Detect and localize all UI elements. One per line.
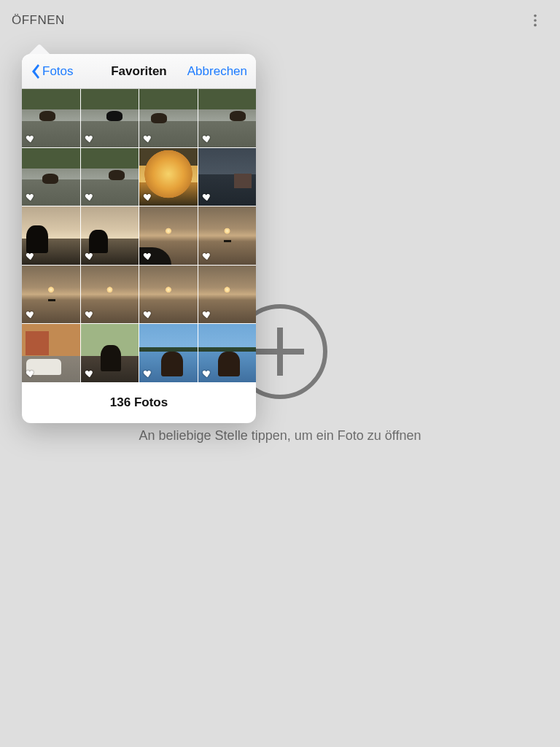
back-button[interactable]: Fotos bbox=[31, 64, 74, 79]
favorite-heart-icon bbox=[202, 133, 212, 144]
favorite-heart-icon bbox=[85, 368, 95, 379]
photo-thumbnail[interactable] bbox=[139, 206, 198, 265]
photo-thumbnail[interactable] bbox=[139, 89, 198, 147]
topbar: ÖFFNEN bbox=[0, 0, 560, 41]
favorite-heart-icon bbox=[26, 309, 36, 320]
photo-thumbnail[interactable] bbox=[22, 266, 80, 324]
photo-thumbnail[interactable] bbox=[81, 324, 139, 382]
favorite-heart-icon bbox=[26, 133, 36, 144]
photo-thumbnail[interactable] bbox=[198, 324, 257, 382]
svg-point-0 bbox=[534, 15, 537, 18]
favorite-heart-icon bbox=[202, 192, 212, 202]
favorite-heart-icon bbox=[26, 251, 36, 261]
chevron-left-icon bbox=[31, 64, 39, 79]
photo-thumbnail[interactable] bbox=[139, 324, 198, 382]
overflow-menu-button[interactable] bbox=[522, 7, 548, 34]
favorite-heart-icon bbox=[143, 251, 153, 261]
photo-thumbnail[interactable] bbox=[22, 206, 80, 265]
photo-thumbnail[interactable] bbox=[198, 206, 257, 265]
picker-header: Fotos Favoriten Abbrechen bbox=[22, 54, 256, 89]
more-vert-icon bbox=[527, 12, 543, 28]
empty-hint-text: An beliebige Stelle tippen, um ein Foto … bbox=[139, 428, 421, 444]
photo-thumbnail[interactable] bbox=[139, 148, 198, 206]
favorite-heart-icon bbox=[202, 251, 212, 261]
favorite-heart-icon bbox=[202, 368, 212, 379]
photo-thumbnail[interactable] bbox=[22, 148, 80, 206]
thumbnail-grid bbox=[22, 89, 256, 382]
page-title: ÖFFNEN bbox=[12, 13, 65, 28]
favorite-heart-icon bbox=[85, 251, 95, 261]
favorite-heart-icon bbox=[202, 309, 212, 320]
photo-thumbnail[interactable] bbox=[81, 89, 139, 147]
photo-thumbnail[interactable] bbox=[81, 148, 139, 206]
cancel-button[interactable]: Abbrechen bbox=[187, 64, 247, 79]
svg-point-2 bbox=[534, 24, 537, 27]
favorite-heart-icon bbox=[143, 133, 153, 144]
favorite-heart-icon bbox=[26, 192, 36, 202]
photo-thumbnail[interactable] bbox=[198, 266, 257, 324]
photo-thumbnail[interactable] bbox=[22, 89, 80, 147]
photo-thumbnail[interactable] bbox=[139, 266, 198, 324]
favorite-heart-icon bbox=[143, 368, 153, 379]
svg-point-1 bbox=[534, 19, 537, 22]
photo-thumbnail[interactable] bbox=[198, 148, 257, 206]
photo-thumbnail[interactable] bbox=[198, 89, 257, 147]
picker-footer-count: 136 Fotos bbox=[22, 382, 256, 423]
plus-icon bbox=[256, 328, 304, 376]
photo-thumbnail[interactable] bbox=[81, 266, 139, 324]
back-label: Fotos bbox=[42, 64, 74, 79]
photo-thumbnail[interactable] bbox=[81, 206, 139, 265]
photo-picker-popover: Fotos Favoriten Abbrechen 136 Fotos bbox=[22, 54, 256, 423]
favorite-heart-icon bbox=[85, 133, 95, 144]
favorite-heart-icon bbox=[85, 192, 95, 202]
favorite-heart-icon bbox=[26, 368, 36, 379]
favorite-heart-icon bbox=[85, 309, 95, 320]
photo-thumbnail[interactable] bbox=[22, 324, 80, 382]
favorite-heart-icon bbox=[143, 192, 153, 202]
favorite-heart-icon bbox=[143, 309, 153, 320]
